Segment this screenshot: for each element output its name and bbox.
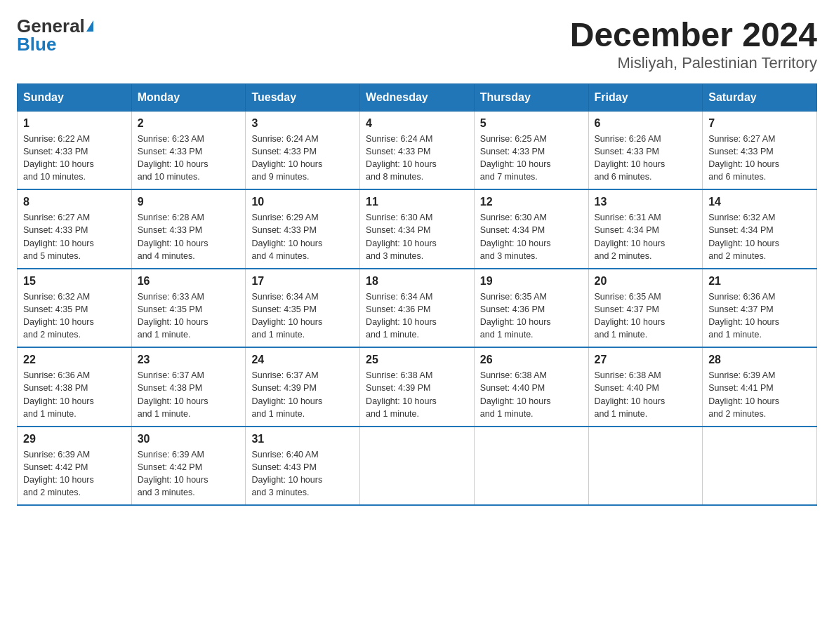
week-row-2: 8Sunrise: 6:27 AMSunset: 4:33 PMDaylight… (18, 189, 817, 269)
day-number: 20 (595, 275, 697, 288)
calendar-cell (360, 427, 475, 506)
day-number: 1 (23, 117, 126, 130)
month-title: December 2024 (570, 17, 817, 54)
calendar-cell: 8Sunrise: 6:27 AMSunset: 4:33 PMDaylight… (18, 189, 132, 269)
day-info: Sunrise: 6:38 AMSunset: 4:40 PMDaylight:… (480, 369, 583, 420)
title-block: December 2024 Misliyah, Palestinian Terr… (570, 17, 817, 72)
weekday-header-saturday: Saturday (703, 83, 817, 111)
calendar-cell: 18Sunrise: 6:34 AMSunset: 4:36 PMDayligh… (360, 269, 475, 348)
week-row-5: 29Sunrise: 6:39 AMSunset: 4:42 PMDayligh… (18, 427, 817, 506)
calendar-cell: 6Sunrise: 6:26 AMSunset: 4:33 PMDaylight… (588, 111, 703, 189)
weekday-header-row: SundayMondayTuesdayWednesdayThursdayFrid… (18, 83, 817, 111)
day-info: Sunrise: 6:32 AMSunset: 4:34 PMDaylight:… (708, 211, 811, 262)
calendar-cell: 17Sunrise: 6:34 AMSunset: 4:35 PMDayligh… (246, 269, 360, 348)
week-row-4: 22Sunrise: 6:36 AMSunset: 4:38 PMDayligh… (18, 347, 817, 427)
day-number: 29 (23, 433, 126, 445)
calendar-cell: 4Sunrise: 6:24 AMSunset: 4:33 PMDaylight… (360, 111, 475, 189)
logo-triangle-icon (86, 20, 93, 32)
calendar-cell: 16Sunrise: 6:33 AMSunset: 4:35 PMDayligh… (131, 269, 246, 348)
day-info: Sunrise: 6:23 AMSunset: 4:33 PMDaylight:… (138, 133, 240, 184)
day-info: Sunrise: 6:34 AMSunset: 4:35 PMDaylight:… (251, 290, 354, 342)
calendar-cell: 11Sunrise: 6:30 AMSunset: 4:34 PMDayligh… (360, 189, 475, 269)
day-info: Sunrise: 6:36 AMSunset: 4:38 PMDaylight:… (23, 369, 126, 420)
calendar-cell: 27Sunrise: 6:38 AMSunset: 4:40 PMDayligh… (588, 347, 703, 427)
day-number: 18 (366, 275, 468, 288)
calendar-cell: 5Sunrise: 6:25 AMSunset: 4:33 PMDaylight… (474, 111, 588, 189)
calendar-cell: 19Sunrise: 6:35 AMSunset: 4:36 PMDayligh… (474, 269, 588, 348)
day-number: 25 (366, 354, 468, 366)
calendar-cell: 15Sunrise: 6:32 AMSunset: 4:35 PMDayligh… (18, 269, 132, 348)
calendar-cell: 23Sunrise: 6:37 AMSunset: 4:38 PMDayligh… (131, 347, 246, 427)
day-info: Sunrise: 6:34 AMSunset: 4:36 PMDaylight:… (366, 290, 468, 342)
day-info: Sunrise: 6:35 AMSunset: 4:36 PMDaylight:… (480, 290, 583, 342)
day-number: 7 (708, 117, 811, 130)
day-info: Sunrise: 6:39 AMSunset: 4:41 PMDaylight:… (708, 369, 811, 420)
calendar-cell: 30Sunrise: 6:39 AMSunset: 4:42 PMDayligh… (131, 427, 246, 506)
calendar-table: SundayMondayTuesdayWednesdayThursdayFrid… (17, 83, 817, 507)
day-info: Sunrise: 6:24 AMSunset: 4:33 PMDaylight:… (366, 133, 468, 184)
day-info: Sunrise: 6:27 AMSunset: 4:33 PMDaylight:… (708, 133, 811, 184)
day-info: Sunrise: 6:25 AMSunset: 4:33 PMDaylight:… (480, 133, 583, 184)
day-info: Sunrise: 6:27 AMSunset: 4:33 PMDaylight:… (23, 211, 126, 262)
day-number: 16 (138, 275, 240, 288)
calendar-cell: 9Sunrise: 6:28 AMSunset: 4:33 PMDaylight… (131, 189, 246, 269)
week-row-1: 1Sunrise: 6:22 AMSunset: 4:33 PMDaylight… (18, 111, 817, 189)
day-number: 21 (708, 275, 811, 288)
calendar-cell: 1Sunrise: 6:22 AMSunset: 4:33 PMDaylight… (18, 111, 132, 189)
day-info: Sunrise: 6:30 AMSunset: 4:34 PMDaylight:… (480, 211, 583, 262)
day-info: Sunrise: 6:29 AMSunset: 4:33 PMDaylight:… (251, 211, 354, 262)
day-number: 27 (595, 354, 697, 366)
week-row-3: 15Sunrise: 6:32 AMSunset: 4:35 PMDayligh… (18, 269, 817, 348)
day-number: 17 (251, 275, 354, 288)
calendar-cell: 21Sunrise: 6:36 AMSunset: 4:37 PMDayligh… (703, 269, 817, 348)
day-info: Sunrise: 6:39 AMSunset: 4:42 PMDaylight:… (23, 448, 126, 499)
day-info: Sunrise: 6:38 AMSunset: 4:40 PMDaylight:… (595, 369, 697, 420)
day-number: 15 (23, 275, 126, 288)
calendar-cell: 25Sunrise: 6:38 AMSunset: 4:39 PMDayligh… (360, 347, 475, 427)
day-number: 5 (480, 117, 583, 130)
calendar-cell (474, 427, 588, 506)
calendar-cell: 13Sunrise: 6:31 AMSunset: 4:34 PMDayligh… (588, 189, 703, 269)
calendar-cell: 28Sunrise: 6:39 AMSunset: 4:41 PMDayligh… (703, 347, 817, 427)
day-number: 24 (251, 354, 354, 366)
day-info: Sunrise: 6:31 AMSunset: 4:34 PMDaylight:… (595, 211, 697, 262)
calendar-cell: 20Sunrise: 6:35 AMSunset: 4:37 PMDayligh… (588, 269, 703, 348)
day-info: Sunrise: 6:26 AMSunset: 4:33 PMDaylight:… (595, 133, 697, 184)
day-number: 22 (23, 354, 126, 366)
calendar-cell: 29Sunrise: 6:39 AMSunset: 4:42 PMDayligh… (18, 427, 132, 506)
weekday-header-monday: Monday (131, 83, 246, 111)
day-info: Sunrise: 6:30 AMSunset: 4:34 PMDaylight:… (366, 211, 468, 262)
weekday-header-friday: Friday (588, 83, 703, 111)
calendar-cell: 12Sunrise: 6:30 AMSunset: 4:34 PMDayligh… (474, 189, 588, 269)
day-info: Sunrise: 6:24 AMSunset: 4:33 PMDaylight:… (251, 133, 354, 184)
day-number: 3 (251, 117, 354, 130)
day-number: 28 (708, 354, 811, 366)
day-info: Sunrise: 6:37 AMSunset: 4:38 PMDaylight:… (138, 369, 240, 420)
logo-blue-text: Blue (17, 35, 56, 53)
day-number: 13 (595, 196, 697, 208)
day-number: 26 (480, 354, 583, 366)
day-info: Sunrise: 6:22 AMSunset: 4:33 PMDaylight:… (23, 133, 126, 184)
logo: General Blue (17, 17, 93, 53)
calendar-cell: 10Sunrise: 6:29 AMSunset: 4:33 PMDayligh… (246, 189, 360, 269)
page-header: General Blue December 2024 Misliyah, Pal… (17, 17, 817, 72)
day-number: 30 (138, 433, 240, 445)
day-info: Sunrise: 6:40 AMSunset: 4:43 PMDaylight:… (251, 448, 354, 499)
calendar-cell (588, 427, 703, 506)
day-info: Sunrise: 6:35 AMSunset: 4:37 PMDaylight:… (595, 290, 697, 342)
calendar-cell (703, 427, 817, 506)
day-number: 8 (23, 196, 126, 208)
calendar-cell: 24Sunrise: 6:37 AMSunset: 4:39 PMDayligh… (246, 347, 360, 427)
weekday-header-thursday: Thursday (474, 83, 588, 111)
day-number: 10 (251, 196, 354, 208)
day-number: 9 (138, 196, 240, 208)
day-number: 14 (708, 196, 811, 208)
day-info: Sunrise: 6:32 AMSunset: 4:35 PMDaylight:… (23, 290, 126, 342)
calendar-cell: 14Sunrise: 6:32 AMSunset: 4:34 PMDayligh… (703, 189, 817, 269)
day-info: Sunrise: 6:28 AMSunset: 4:33 PMDaylight:… (138, 211, 240, 262)
calendar-cell: 22Sunrise: 6:36 AMSunset: 4:38 PMDayligh… (18, 347, 132, 427)
day-number: 19 (480, 275, 583, 288)
weekday-header-wednesday: Wednesday (360, 83, 475, 111)
day-number: 23 (138, 354, 240, 366)
day-number: 12 (480, 196, 583, 208)
